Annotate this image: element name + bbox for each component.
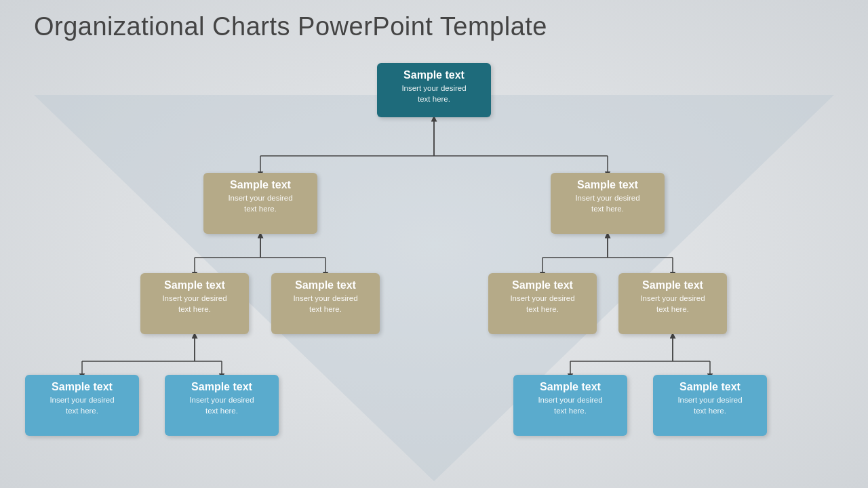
box-l3-a-title: Sample text — [32, 380, 132, 393]
box-l2-c-title: Sample text — [495, 279, 590, 291]
box-l3-c-title: Sample text — [520, 380, 620, 393]
box-l2-c-sub: Insert your desiredtext here. — [495, 293, 590, 314]
chart-area: Sample text Insert your desiredtext here… — [0, 58, 868, 488]
box-l3-c-sub: Insert your desiredtext here. — [520, 395, 620, 416]
box-l3-b-title: Sample text — [172, 380, 272, 393]
box-l2-b-title: Sample text — [278, 279, 373, 291]
box-l3-b[interactable]: Sample text Insert your desiredtext here… — [165, 375, 279, 436]
page-title: Organizational Charts PowerPoint Templat… — [0, 0, 868, 41]
box-l2-b-sub: Insert your desiredtext here. — [278, 293, 373, 314]
box-l3-d[interactable]: Sample text Insert your desiredtext here… — [653, 375, 767, 436]
box-l2-a[interactable]: Sample text Insert your desiredtext here… — [140, 273, 249, 334]
box-l2-c[interactable]: Sample text Insert your desiredtext here… — [488, 273, 597, 334]
box-root[interactable]: Sample text Insert your desiredtext here… — [377, 63, 491, 117]
box-l3-b-sub: Insert your desiredtext here. — [172, 395, 272, 416]
box-l1-left-sub: Insert your desiredtext here. — [210, 193, 311, 214]
box-l3-a[interactable]: Sample text Insert your desiredtext here… — [25, 375, 139, 436]
box-l1-right-sub: Insert your desiredtext here. — [557, 193, 658, 214]
box-l3-a-sub: Insert your desiredtext here. — [32, 395, 132, 416]
box-l1-right-title: Sample text — [557, 178, 658, 191]
box-l2-a-title: Sample text — [147, 279, 242, 291]
box-root-sub: Insert your desiredtext here. — [384, 83, 484, 104]
box-l3-d-sub: Insert your desiredtext here. — [660, 395, 760, 416]
box-l2-d[interactable]: Sample text Insert your desiredtext here… — [618, 273, 727, 334]
box-l1-right[interactable]: Sample text Insert your desiredtext here… — [551, 173, 665, 234]
box-root-title: Sample text — [384, 68, 484, 81]
box-l2-b[interactable]: Sample text Insert your desiredtext here… — [271, 273, 380, 334]
box-l2-d-title: Sample text — [625, 279, 720, 291]
box-l2-a-sub: Insert your desiredtext here. — [147, 293, 242, 314]
box-l3-d-title: Sample text — [660, 380, 760, 393]
box-l1-left[interactable]: Sample text Insert your desiredtext here… — [203, 173, 317, 234]
box-l3-c[interactable]: Sample text Insert your desiredtext here… — [513, 375, 627, 436]
box-l2-d-sub: Insert your desiredtext here. — [625, 293, 720, 314]
box-l1-left-title: Sample text — [210, 178, 311, 191]
